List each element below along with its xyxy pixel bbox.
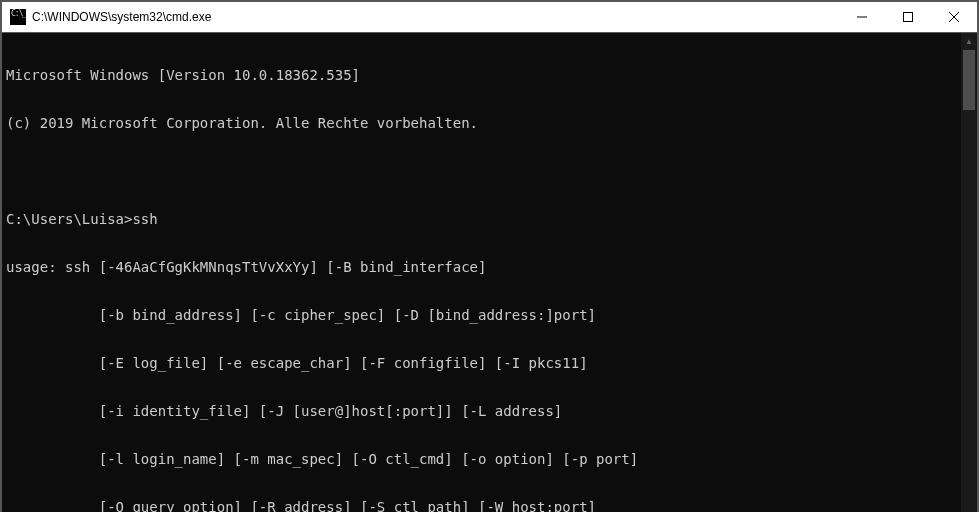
prompt: C:\Users\Luisa> — [6, 211, 132, 227]
output-line: [-i identity_file] [-J [user@]host[:port… — [6, 403, 961, 419]
cmd-window: C:\WINDOWS\system32\cmd.exe Microsoft Wi… — [1, 1, 978, 511]
output-line: (c) 2019 Microsoft Corporation. Alle Rec… — [6, 115, 961, 131]
output-line: [-Q query_option] [-R address] [-S ctl_p… — [6, 499, 961, 512]
vertical-scrollbar[interactable]: ▲ ▼ — [961, 33, 977, 512]
maximize-button[interactable] — [885, 2, 931, 32]
output-line: [-b bind_address] [-c cipher_spec] [-D [… — [6, 307, 961, 323]
prompt-line: C:\Users\Luisa>ssh — [6, 211, 961, 227]
scroll-up-arrow-icon[interactable]: ▲ — [961, 33, 977, 50]
cmd-icon — [10, 9, 26, 25]
close-button[interactable] — [931, 2, 977, 32]
output-line: [-l login_name] [-m mac_spec] [-O ctl_cm… — [6, 451, 961, 467]
terminal[interactable]: Microsoft Windows [Version 10.0.18362.53… — [2, 33, 961, 512]
output-line: Microsoft Windows [Version 10.0.18362.53… — [6, 67, 961, 83]
scroll-thumb[interactable] — [963, 50, 975, 110]
output-line: [-E log_file] [-e escape_char] [-F confi… — [6, 355, 961, 371]
titlebar[interactable]: C:\WINDOWS\system32\cmd.exe — [2, 2, 977, 32]
svg-rect-1 — [904, 13, 913, 22]
window-title: C:\WINDOWS\system32\cmd.exe — [32, 10, 211, 24]
output-line — [6, 163, 961, 179]
command-input: ssh — [132, 211, 157, 227]
scroll-track[interactable] — [961, 50, 977, 512]
minimize-button[interactable] — [839, 2, 885, 32]
client-area: Microsoft Windows [Version 10.0.18362.53… — [2, 32, 977, 512]
output-line: usage: ssh [-46AaCfGgKkMNnqsTtVvXxYy] [-… — [6, 259, 961, 275]
